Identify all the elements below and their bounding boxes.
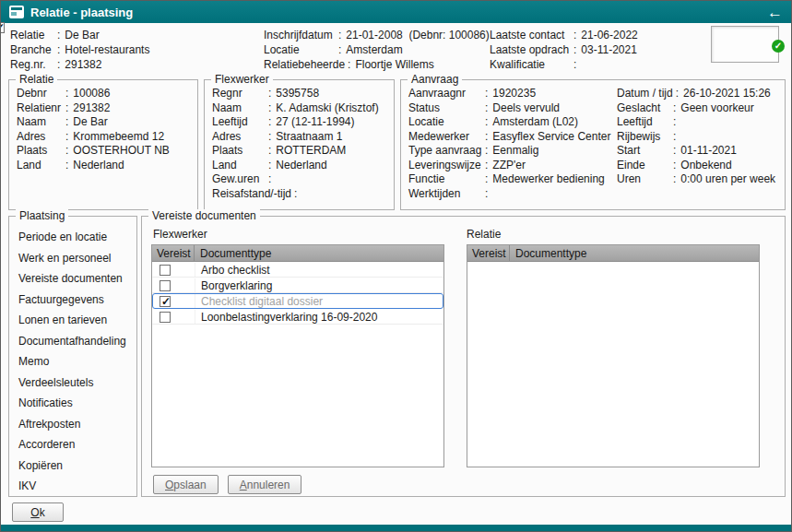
- colon-separator: :: [63, 144, 73, 159]
- field-label: Laatste contact: [490, 28, 571, 42]
- vereist-checkbox[interactable]: [160, 296, 171, 307]
- colon-separator: :: [571, 28, 581, 42]
- document-row[interactable]: Arbo checklist: [152, 262, 443, 278]
- field-row: Relatiebeheerde : Floortje Willems: [264, 57, 490, 72]
- colon-separator: :: [291, 187, 301, 202]
- plaatsing-menu-item[interactable]: Verdeelsleutels: [18, 377, 133, 388]
- colon-separator: :: [670, 172, 680, 187]
- opslaan-button[interactable]: Opslaan: [153, 475, 219, 494]
- field-row: Datum / tijd : 26-10-2021 15:26: [617, 87, 783, 101]
- header-column-inschrijf: Inschrijfdatum : 21-01-2008 (Debnr: 1000…: [264, 28, 490, 72]
- plaatsing-menu-item[interactable]: Memo: [18, 356, 133, 367]
- field-label: Debnr: [17, 87, 63, 101]
- field-row: Plaats : ROTTERDAM: [212, 144, 391, 159]
- plaatsing-menu-item[interactable]: Werk en personeel: [18, 253, 133, 264]
- field-label: Adres: [212, 130, 266, 145]
- field-row: Land : Nederland: [212, 159, 391, 173]
- field-value: Medewerker bediening: [492, 172, 604, 187]
- plaatsing-panel: Plaatsing Periode en locatie Werk en per…: [8, 216, 137, 497]
- document-row[interactable]: Checklist digitaal dossier: [152, 293, 443, 309]
- plaatsing-menu-item[interactable]: Notificaties: [18, 397, 133, 408]
- field-row: Rijbewijs :: [617, 130, 783, 145]
- document-buttons: Opslaan Annuleren: [153, 475, 301, 494]
- plaatsing-menu-item[interactable]: Aftrekposten: [18, 419, 133, 430]
- plaatsing-menu: Periode en locatie Werk en personeel Ver…: [18, 231, 133, 491]
- field-row: Einde : Onbekend: [617, 159, 783, 173]
- colon-separator: :: [482, 187, 492, 202]
- field-row: Gew.uren :: [212, 172, 391, 187]
- colon-separator: :: [63, 115, 73, 130]
- vereist-checkbox[interactable]: [160, 265, 171, 276]
- field-row: Kwalificatie :: [490, 57, 638, 72]
- field-row: Branche : Hotel-restaurants: [10, 42, 149, 57]
- vereist-cell: [153, 278, 195, 292]
- plaatsing-menu-item[interactable]: Kopiëren: [18, 460, 133, 471]
- header-column-laatste: Laatste contact : 21-06-2022 Laatste opd…: [490, 28, 638, 72]
- field-value: Amsterdam: [346, 42, 402, 57]
- flexwerker-panel-body: Regnr : 5395758 Naam : K. Adamski (Krisz…: [212, 87, 391, 201]
- document-row[interactable]: Loonbelastingverklaring 16-09-2020: [152, 309, 443, 325]
- field-value: Deels vervuld: [492, 101, 560, 116]
- field-label: Naam: [17, 115, 63, 130]
- field-label: Reisafstand/-tijd: [212, 187, 291, 202]
- annuleren-button[interactable]: Annuleren: [228, 475, 302, 494]
- colon-separator: :: [266, 144, 276, 159]
- field-label: Land: [17, 159, 63, 173]
- field-label: Einde: [617, 159, 670, 173]
- field-label: Medewerker: [408, 130, 482, 145]
- plaatsing-menu-item[interactable]: IKV: [18, 480, 133, 491]
- document-row[interactable]: Borgverklaring: [152, 278, 443, 293]
- field-label: Branche: [10, 42, 54, 57]
- plaatsing-menu-item[interactable]: Documentafhandeling: [18, 336, 133, 347]
- colon-separator: :: [336, 28, 346, 42]
- colon-separator: :: [266, 115, 276, 130]
- colon-separator: :: [54, 28, 65, 42]
- aanvraag-panel-legend: Aanvraag: [408, 73, 462, 86]
- plaatsing-menu-item[interactable]: Factuurgegevens: [18, 294, 133, 305]
- colon-separator: :: [266, 172, 276, 187]
- colon-separator: :: [670, 144, 680, 159]
- field-label: Land: [212, 159, 266, 173]
- colon-separator: :: [54, 57, 65, 72]
- plaatsing-menu-item[interactable]: Lonen en tarieven: [18, 314, 133, 325]
- field-row: Reisafstand/-tijd :: [212, 187, 391, 202]
- column-header-documenttype: Documenttype: [195, 247, 271, 260]
- vereist-cell: [153, 310, 195, 324]
- field-row: Leeftijd :: [617, 115, 783, 130]
- colon-separator: :: [482, 130, 492, 145]
- relatie-panel-body: Debnr : 100086 Relatienr : 291382 Naam :…: [17, 87, 195, 172]
- plaatsing-menu-item[interactable]: Accorderen: [18, 439, 133, 450]
- field-row: Functie : Medewerker bediening: [408, 172, 619, 187]
- field-row: Laatste contact : 21-06-2022: [490, 28, 638, 42]
- documenttype-label: Borgverklaring: [195, 279, 272, 292]
- field-value: 0:00 uren per week: [680, 172, 775, 187]
- field-value: 21-06-2022: [581, 28, 637, 42]
- field-row: Adres : Straatnaam 1: [212, 130, 391, 145]
- field-value: 291382: [65, 57, 101, 72]
- field-value: 5395758: [276, 87, 319, 101]
- field-label: Plaats: [17, 144, 63, 159]
- plaatsing-panel-legend: Plaatsing: [16, 209, 68, 222]
- colon-separator: :: [482, 159, 492, 173]
- field-value: 21-01-2008 (Debnr: 100086): [346, 28, 489, 42]
- field-label: Inschrijfdatum: [264, 28, 336, 42]
- field-label: Start: [617, 144, 670, 159]
- plaatsing-menu-item[interactable]: Vereiste documenten: [18, 273, 133, 284]
- back-arrow-icon[interactable]: ←: [767, 5, 783, 20]
- field-label: Gew.uren: [212, 172, 266, 187]
- field-label: Datum / tijd: [617, 87, 673, 101]
- vereiste-documenten-panel: Vereiste documenten Flexwerker Vereist D…: [141, 216, 786, 497]
- plaatsing-menu-item[interactable]: Periode en locatie: [18, 231, 133, 242]
- header-checkbox[interactable]: [0, 22, 5, 33]
- vereist-checkbox[interactable]: [160, 312, 171, 323]
- field-value: Eenmalig: [492, 144, 538, 159]
- colon-separator: :: [266, 87, 276, 101]
- field-label: Type aanvraag: [408, 144, 482, 159]
- documenttype-label: Checklist digitaal dossier: [195, 295, 323, 308]
- table-header: Vereist Documenttype: [152, 245, 443, 262]
- vereist-checkbox[interactable]: [160, 280, 171, 291]
- ok-button[interactable]: Ok: [12, 502, 64, 522]
- field-row: Laatste opdrach : 03-11-2021: [490, 42, 638, 57]
- field-value: 26-10-2021 15:26: [683, 87, 771, 101]
- vereist-cell: [153, 294, 195, 308]
